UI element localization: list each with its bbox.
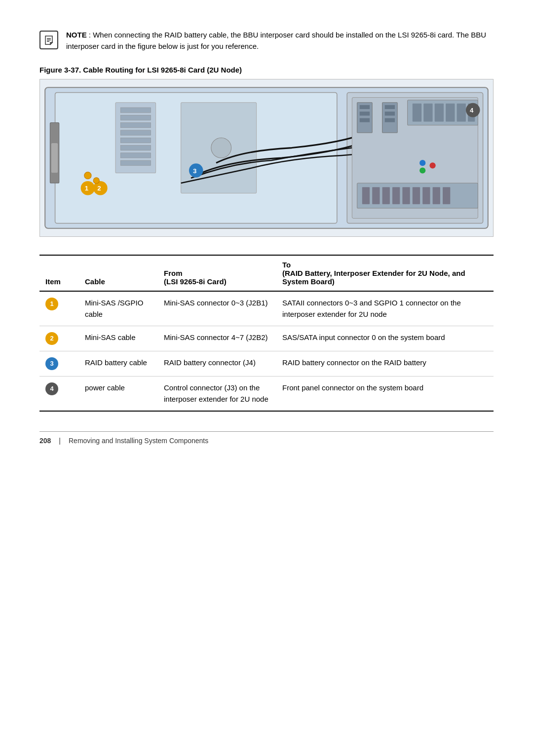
- item-badge-4: 4: [45, 382, 58, 395]
- figure-diagram: 1 2 3 4: [39, 79, 494, 237]
- svg-rect-36: [372, 187, 380, 204]
- figure-caption: Figure 3-37. Cable Routing for LSI 9265-…: [39, 66, 494, 74]
- cable-cell: RAID battery cable: [79, 351, 158, 377]
- to-label: To: [282, 261, 291, 269]
- footer-bar: 208 | Removing and Installing System Com…: [39, 431, 494, 445]
- item-badge-2: 2: [45, 332, 58, 345]
- svg-rect-13: [120, 146, 151, 151]
- svg-rect-9: [120, 115, 151, 120]
- from-cell: RAID battery connector (J4): [158, 351, 276, 377]
- svg-rect-11: [120, 130, 151, 135]
- svg-rect-30: [435, 104, 444, 122]
- svg-rect-25: [385, 112, 395, 115]
- note-icon: [39, 31, 58, 49]
- to-cell: RAID battery connector on the RAID batte…: [276, 351, 494, 377]
- item-badge-1: 1: [45, 298, 58, 310]
- svg-rect-14: [120, 153, 151, 158]
- from-sub: (LSI 9265-8i Card): [164, 277, 227, 286]
- col-header-from: From (LSI 9265-8i Card): [158, 255, 276, 291]
- cable-cell: power cable: [79, 377, 158, 412]
- cable-routing-table: Item Cable From (LSI 9265-8i Card) To (R…: [39, 255, 494, 412]
- svg-rect-22: [360, 118, 370, 122]
- item-cell: 3: [39, 351, 79, 377]
- svg-point-56: [419, 167, 425, 173]
- svg-point-55: [429, 162, 435, 168]
- item-badge-3: 3: [45, 357, 58, 370]
- footer-text: Removing and Installing System Component…: [69, 437, 208, 445]
- svg-point-53: [93, 178, 99, 184]
- item-cell: 2: [39, 326, 79, 351]
- svg-rect-26: [385, 118, 395, 122]
- from-cell: Mini-SAS connector 0~3 (J2B1): [158, 291, 276, 326]
- svg-text:2: 2: [97, 185, 101, 192]
- to-cell: SATAII connectors 0~3 and SGPIO 1 connec…: [276, 291, 494, 326]
- svg-rect-12: [120, 138, 151, 143]
- svg-rect-8: [120, 108, 151, 113]
- note-text: NOTE : When connecting the RAID battery …: [66, 30, 494, 52]
- svg-rect-57: [51, 143, 58, 173]
- from-cell: Control connector (J3) on the interposer…: [158, 377, 276, 412]
- to-cell: Front panel connector on the system boar…: [276, 377, 494, 412]
- svg-rect-43: [443, 187, 450, 204]
- svg-text:3: 3: [193, 167, 196, 175]
- svg-rect-24: [385, 105, 395, 109]
- note-label: NOTE: [66, 31, 87, 39]
- note-box: NOTE : When connecting the RAID battery …: [39, 30, 494, 52]
- svg-rect-10: [120, 123, 151, 128]
- table-row: 1 Mini-SAS /SGPIO cable Mini-SAS connect…: [39, 291, 494, 326]
- cable-cell: Mini-SAS cable: [79, 326, 158, 351]
- svg-point-17: [211, 138, 231, 158]
- svg-rect-38: [392, 187, 400, 204]
- svg-rect-32: [457, 104, 466, 122]
- col-header-cable: Cable: [79, 255, 158, 291]
- page-number: 208: [39, 437, 51, 445]
- svg-rect-29: [423, 104, 432, 122]
- from-cell: Mini-SAS connector 4~7 (J2B2): [158, 326, 276, 351]
- svg-rect-15: [120, 160, 151, 165]
- svg-text:1: 1: [85, 185, 88, 192]
- svg-rect-35: [362, 187, 370, 204]
- note-body: : When connecting the RAID battery cable…: [66, 31, 486, 50]
- table-row: 4 power cable Control connector (J3) on …: [39, 377, 494, 412]
- svg-rect-42: [433, 187, 440, 204]
- svg-rect-39: [402, 187, 410, 204]
- svg-rect-28: [413, 104, 421, 122]
- item-cell: 1: [39, 291, 79, 326]
- to-cell: SAS/SATA input connector 0 on the system…: [276, 326, 494, 351]
- svg-point-52: [84, 172, 91, 179]
- col-header-to: To (RAID Battery, Interposer Extender fo…: [276, 255, 494, 291]
- svg-point-54: [419, 160, 425, 166]
- col-header-item: Item: [39, 255, 79, 291]
- svg-rect-37: [382, 187, 390, 204]
- svg-rect-41: [422, 187, 430, 204]
- svg-text:4: 4: [470, 107, 474, 114]
- svg-rect-31: [446, 104, 455, 122]
- table-row: 2 Mini-SAS cable Mini-SAS connector 4~7 …: [39, 326, 494, 351]
- svg-rect-40: [413, 187, 420, 204]
- table-row: 3 RAID battery cable RAID battery connec…: [39, 351, 494, 377]
- item-cell: 4: [39, 377, 79, 412]
- footer-separator: |: [59, 437, 61, 445]
- svg-rect-20: [360, 105, 370, 109]
- cable-cell: Mini-SAS /SGPIO cable: [79, 291, 158, 326]
- svg-rect-21: [360, 112, 370, 115]
- from-label: From: [164, 269, 183, 277]
- to-sub: (RAID Battery, Interposer Extender for 2…: [282, 269, 465, 286]
